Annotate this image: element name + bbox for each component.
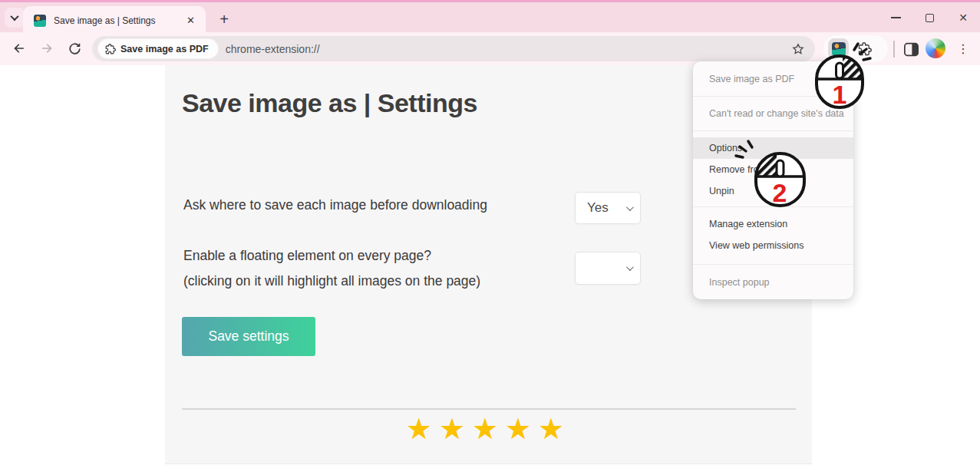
menu-item-manage-extension[interactable]: Manage extension xyxy=(693,213,853,235)
ask-where-select-value: Yes xyxy=(587,200,626,216)
url-text[interactable]: chrome-extension:// xyxy=(226,43,789,55)
click-spark-icon xyxy=(854,44,870,60)
new-tab-button[interactable]: + xyxy=(213,8,235,30)
rating-stars[interactable]: ★★★★★ xyxy=(165,412,812,446)
bookmark-button[interactable] xyxy=(789,40,807,58)
page-title: Save image as | Settings xyxy=(182,88,477,118)
close-button[interactable]: ✕ xyxy=(946,2,980,33)
setting-floating-element-label: Enable a floating element on every page?… xyxy=(183,243,480,294)
address-bar[interactable]: Save image as PDF chrome-extension:// xyxy=(92,36,815,61)
mouse-click-annotation-1: 1 xyxy=(809,38,873,118)
tab-title: Save image as | Settings xyxy=(54,15,183,26)
step-1-number: 1 xyxy=(833,80,847,109)
chevron-down-icon xyxy=(10,12,18,21)
side-panel-icon xyxy=(903,42,919,57)
maximize-button[interactable] xyxy=(912,2,946,33)
step-2-number: 2 xyxy=(773,178,787,207)
side-panel-button[interactable] xyxy=(901,39,921,59)
forward-button[interactable] xyxy=(37,38,57,58)
bookmark-star-icon xyxy=(791,42,805,56)
setting-floating-element-line2: (clicking on it will highlight all image… xyxy=(183,269,480,294)
browser-window: Save image as | Settings ✕ + ✕ xyxy=(0,0,980,475)
back-arrow-icon xyxy=(12,41,27,56)
click-spark-icon xyxy=(736,141,752,157)
extension-favicon-icon xyxy=(34,15,46,27)
menu-item-view-web-permissions[interactable]: View web permissions xyxy=(693,235,853,256)
menu-item-inspect-popup[interactable]: Inspect popup xyxy=(693,265,853,299)
chevron-down-icon xyxy=(626,203,634,211)
refresh-button[interactable] xyxy=(64,38,84,58)
refresh-icon xyxy=(68,41,82,56)
mouse-wheel-icon xyxy=(777,160,784,176)
profile-avatar[interactable] xyxy=(926,38,945,58)
ask-where-select[interactable]: Yes xyxy=(575,192,641,224)
toolbar-separator xyxy=(893,41,895,58)
tab-strip: Save image as | Settings ✕ + ✕ xyxy=(0,0,980,32)
mouse-click-annotation-2: 2 xyxy=(732,137,812,213)
active-tab[interactable]: Save image as | Settings ✕ xyxy=(23,6,206,35)
restore-icon xyxy=(926,14,934,22)
extension-chip-label: Save image as PDF xyxy=(120,44,209,54)
mouse-wheel-icon xyxy=(836,63,843,78)
floating-element-select[interactable] xyxy=(575,252,641,285)
minimize-icon xyxy=(891,17,901,18)
horizontal-divider xyxy=(182,408,796,410)
tab-close-icon[interactable]: ✕ xyxy=(183,13,198,28)
forward-arrow-icon xyxy=(39,41,54,56)
setting-floating-element-line1: Enable a floating element on every page? xyxy=(183,243,480,269)
extension-name-chip[interactable]: Save image as PDF xyxy=(98,39,218,58)
minimize-button[interactable] xyxy=(879,2,912,33)
save-settings-button[interactable]: Save settings xyxy=(182,317,315,356)
tab-search-button[interactable] xyxy=(5,8,25,28)
chevron-down-icon xyxy=(626,263,634,271)
extension-puzzle-icon xyxy=(105,44,116,54)
browser-menu-button[interactable]: ⋮ xyxy=(953,38,973,58)
setting-ask-where-label: Ask where to save each image before down… xyxy=(183,197,487,213)
window-controls: ✕ xyxy=(879,2,980,33)
back-button[interactable] xyxy=(9,38,29,58)
